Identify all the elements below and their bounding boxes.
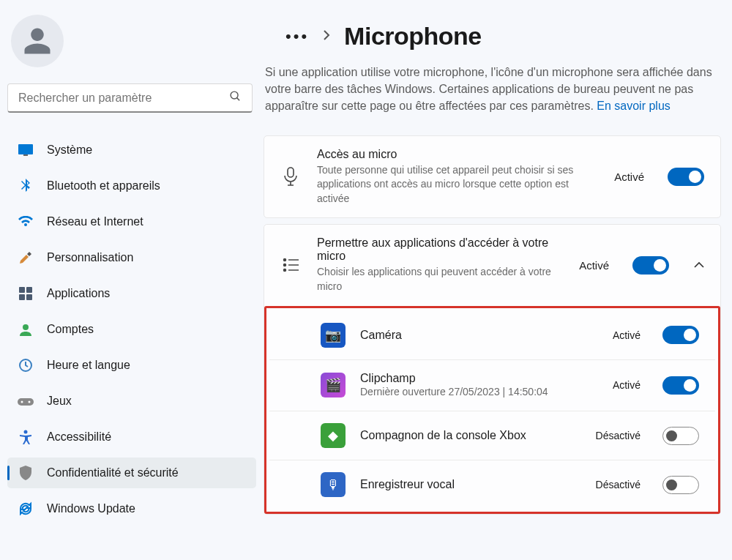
sidebar-item-applications[interactable]: Applications	[7, 278, 256, 309]
sidebar-item-heure[interactable]: Heure et langue	[7, 350, 256, 381]
card-title: Permettre aux applications d'accéder à v…	[317, 236, 563, 263]
svg-rect-3	[23, 154, 28, 156]
card-title: Accès au micro	[317, 148, 598, 161]
sidebar-item-comptes[interactable]: Comptes	[7, 314, 256, 345]
toggle-voicerecorder[interactable]	[662, 476, 699, 494]
bluetooth-icon	[18, 178, 34, 194]
card-mic-access[interactable]: Accès au micro Toute personne qui utilis…	[264, 135, 721, 219]
status-label: Activé	[614, 171, 644, 183]
sidebar-item-label: Confidentialité et sécurité	[47, 466, 179, 479]
chevron-up-icon[interactable]	[694, 259, 704, 271]
toggle-clipchamp[interactable]	[662, 376, 699, 395]
app-row-xbox[interactable]: ◆ Compagnon de la console Xbox Désactivé	[269, 411, 715, 460]
sidebar-item-systeme[interactable]: Système	[7, 135, 256, 165]
toggle-allow-apps[interactable]	[632, 256, 669, 275]
svg-rect-7	[26, 294, 32, 300]
svg-point-0	[231, 92, 238, 99]
update-icon	[18, 501, 34, 517]
breadcrumb: ••• Microphone	[285, 22, 721, 51]
sidebar-item-label: Windows Update	[47, 502, 135, 515]
sidebar-item-label: Bluetooth et appareils	[47, 179, 160, 193]
app-subtitle: Dernière ouverture 27/05/2023 | 14:50:04	[360, 385, 598, 400]
sidebar-item-confidentialite[interactable]: Confidentialité et sécurité	[7, 458, 256, 488]
app-title: Caméra	[360, 329, 598, 342]
sidebar-item-label: Personnalisation	[47, 251, 133, 264]
list-icon	[280, 255, 301, 275]
sidebar-item-label: Heure et langue	[47, 359, 130, 372]
app-title: Enregistreur vocal	[360, 478, 581, 491]
card-desc: Choisir les applications qui peuvent acc…	[317, 265, 563, 294]
accessibility-icon	[18, 429, 34, 445]
breadcrumb-more-icon[interactable]: •••	[285, 27, 309, 46]
svg-point-15	[284, 259, 286, 261]
status-label: Activé	[613, 379, 640, 391]
svg-rect-10	[18, 398, 34, 406]
search-icon	[229, 90, 242, 105]
voicerecorder-app-icon: 🎙	[321, 472, 346, 497]
app-title: Clipchamp	[360, 372, 598, 385]
svg-rect-2	[18, 144, 33, 154]
svg-rect-14	[288, 168, 294, 177]
search-input[interactable]	[18, 92, 222, 105]
xbox-app-icon: ◆	[321, 423, 346, 448]
svg-point-19	[284, 269, 286, 272]
sidebar-item-label: Système	[47, 143, 92, 157]
status-label: Activé	[613, 329, 640, 341]
clipchamp-app-icon: 🎬	[321, 373, 346, 397]
card-allow-apps[interactable]: Permettre aux applications d'accéder à v…	[264, 225, 720, 305]
chevron-right-icon	[322, 30, 331, 42]
page-description: Si une application utilise votre microph…	[265, 64, 721, 115]
card-desc: Toute personne qui utilise cet appareil …	[317, 163, 598, 206]
sidebar-item-windowsupdate[interactable]: Windows Update	[7, 493, 256, 524]
microphone-icon	[280, 166, 301, 187]
app-row-voicerecorder[interactable]: 🎙 Enregistreur vocal Désactivé	[269, 460, 715, 509]
gamepad-icon	[18, 393, 34, 409]
svg-rect-4	[19, 287, 25, 293]
shield-icon	[18, 465, 34, 481]
app-row-camera[interactable]: 📷 Caméra Activé	[269, 311, 715, 359]
sidebar-item-label: Comptes	[47, 323, 94, 336]
account-icon	[18, 321, 34, 337]
svg-point-12	[29, 401, 31, 403]
svg-point-13	[24, 430, 28, 434]
page-title: Microphone	[344, 22, 482, 51]
camera-app-icon: 📷	[321, 323, 346, 348]
svg-line-1	[237, 98, 240, 101]
clock-icon	[18, 357, 34, 373]
sidebar-item-accessibilite[interactable]: Accessibilité	[7, 422, 256, 452]
sidebar-item-reseau[interactable]: Réseau et Internet	[7, 206, 256, 237]
sidebar-item-jeux[interactable]: Jeux	[7, 386, 256, 417]
sidebar: Système Bluetooth et appareils Réseau et…	[0, 0, 264, 560]
sidebar-item-label: Réseau et Internet	[47, 215, 143, 228]
app-title: Compagnon de la console Xbox	[360, 429, 581, 442]
nav-list: Système Bluetooth et appareils Réseau et…	[7, 135, 256, 524]
toggle-xbox[interactable]	[662, 427, 699, 445]
toggle-mic-access[interactable]	[668, 168, 704, 186]
sidebar-item-personnalisation[interactable]: Personnalisation	[7, 242, 256, 273]
monitor-icon	[18, 142, 34, 158]
sidebar-item-bluetooth[interactable]: Bluetooth et appareils	[7, 171, 256, 201]
sidebar-item-label: Applications	[47, 287, 110, 300]
status-label: Activé	[579, 259, 609, 272]
wifi-icon	[18, 214, 34, 230]
app-list-highlighted: 📷 Caméra Activé 🎬 Clipchamp Dernière ouv…	[264, 306, 720, 515]
svg-rect-5	[26, 287, 32, 293]
search-input-container[interactable]	[7, 83, 253, 113]
status-label: Désactivé	[596, 479, 640, 490]
toggle-camera[interactable]	[662, 326, 699, 344]
avatar[interactable]	[11, 15, 64, 67]
app-row-clipchamp[interactable]: 🎬 Clipchamp Dernière ouverture 27/05/202…	[269, 359, 715, 411]
apps-icon	[18, 285, 34, 302]
sidebar-item-label: Jeux	[47, 395, 72, 408]
brush-icon	[18, 250, 34, 266]
sidebar-item-label: Accessibilité	[47, 430, 111, 444]
main-content: ••• Microphone Si une application utilis…	[264, 0, 732, 560]
svg-point-17	[284, 264, 286, 266]
learn-more-link[interactable]: En savoir plus	[597, 100, 671, 112]
status-label: Désactivé	[596, 430, 640, 441]
svg-point-8	[23, 324, 29, 330]
svg-point-11	[21, 401, 23, 403]
svg-rect-6	[19, 294, 25, 300]
user-icon	[22, 26, 53, 56]
